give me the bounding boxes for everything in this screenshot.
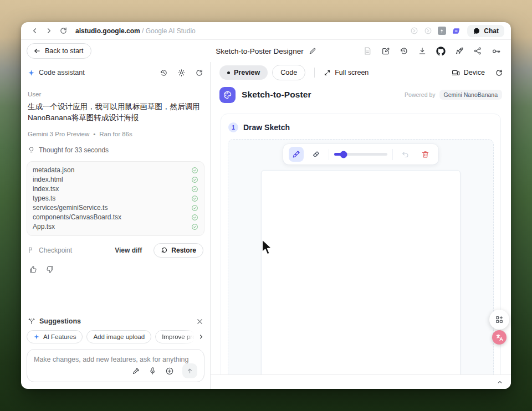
thought-summary[interactable]: Thought for 33 seconds [28, 146, 203, 154]
code-assistant-panel: Code assistant User 生成一个设计应用，我可以用鼠标画草图，然… [21, 62, 211, 389]
share-icon[interactable] [473, 47, 482, 55]
chat-history-icon[interactable] [160, 69, 168, 77]
extension-purple-icon[interactable] [452, 27, 461, 35]
slider-thumb[interactable] [340, 151, 347, 158]
file-row[interactable]: index.tsx [33, 184, 198, 194]
chip-improve-prompts[interactable]: Improve prompt suggestions [155, 330, 195, 343]
grid-add-icon [495, 315, 504, 324]
console-bar [211, 374, 511, 389]
file-row[interactable]: App.tsx [33, 222, 198, 232]
chat-button[interactable]: Chat [467, 25, 504, 37]
file-row[interactable]: components/CanvasBoard.tsx [33, 213, 198, 222]
composer-tools [34, 363, 197, 378]
extension-icon-disabled-1[interactable] [410, 27, 418, 35]
api-key-icon[interactable] [492, 47, 501, 56]
lightning-icon [439, 28, 444, 33]
restore-button[interactable]: Restore [154, 243, 203, 258]
app-logo [219, 87, 236, 103]
powered-by-wrap: Powered by Gemini NanoBanana [405, 90, 502, 100]
preview-toolbar: Preview Code Full screen Device [211, 62, 511, 83]
active-dot [227, 71, 230, 74]
file-row[interactable]: metadata.json [33, 166, 198, 175]
extension-lightning-icon[interactable] [438, 27, 446, 35]
user-message: 生成一个设计应用，我可以用鼠标画草图，然后调用NanoBanana将草图转成设计… [28, 101, 203, 124]
close-suggestions-icon[interactable] [196, 318, 203, 325]
meta-separator: • [93, 131, 95, 137]
assistant-toolbar: Code assistant [21, 62, 210, 83]
chips-scroll-right-icon[interactable] [198, 333, 204, 340]
send-button[interactable] [182, 363, 197, 378]
model-name: Gemini 3 Pro Preview [28, 131, 89, 137]
save-file-icon[interactable] [363, 47, 372, 55]
undo-icon [401, 150, 410, 158]
refresh-preview-icon[interactable] [495, 69, 503, 77]
brush-size-slider[interactable] [334, 151, 387, 158]
undo-button[interactable] [398, 147, 413, 162]
back-to-start-button[interactable]: Back to start [27, 43, 91, 59]
sketch-toolbar [283, 144, 438, 165]
tab-preview[interactable]: Preview [219, 65, 268, 80]
app-preview-viewport: Sketch-to-Poster Powered by Gemini NanoB… [211, 83, 511, 374]
toolbar-divider [314, 68, 315, 78]
chip-label: Improve prompt suggestions [162, 333, 195, 340]
browser-toolbar: aistudio.google.com / Google AI Studio C… [21, 22, 511, 40]
thumbs-down-icon[interactable] [46, 265, 54, 274]
extension-icon-disabled-2[interactable] [424, 27, 432, 35]
feedback-row [29, 265, 202, 274]
file-name: App.tsx [33, 223, 55, 230]
user-role-label: User [28, 91, 204, 97]
drawing-canvas[interactable] [261, 170, 461, 374]
assistant-toolbar-actions [160, 69, 203, 77]
file-row[interactable]: types.ts [33, 194, 198, 203]
assistant-title: Code assistant [39, 69, 85, 76]
expand-console-icon[interactable] [497, 379, 503, 386]
thumbs-up-icon[interactable] [29, 265, 37, 274]
file-row[interactable]: services/geminiService.ts [33, 203, 198, 213]
microphone-icon[interactable] [149, 367, 157, 375]
eraser-tool-button[interactable] [309, 147, 324, 162]
preview-panel: Preview Code Full screen Device [211, 62, 511, 389]
clear-canvas-button[interactable] [418, 147, 433, 162]
tab-preview-label: Preview [234, 69, 260, 76]
file-row[interactable]: index.html [33, 175, 198, 184]
settings-gear-icon[interactable] [177, 69, 186, 77]
floating-apps-button[interactable] [489, 310, 509, 330]
add-attachment-icon[interactable] [165, 367, 174, 376]
prompt-input[interactable]: Make changes, add new features, ask for … [27, 349, 204, 382]
url-bar[interactable]: aistudio.google.com / Google AI Studio [75, 27, 196, 35]
project-title-inner: Sketch-to-Poster Designer [216, 47, 316, 55]
tool-divider [329, 149, 329, 160]
edit-title-icon[interactable] [309, 47, 316, 55]
tool-divider [392, 149, 393, 160]
chip-ai-features[interactable]: AI Features [27, 330, 83, 343]
edit-note-icon[interactable] [381, 47, 390, 55]
view-diff-button[interactable]: View diff [115, 246, 142, 254]
pen-tool-button[interactable] [289, 147, 304, 162]
back-to-start-label: Back to start [45, 47, 83, 55]
browser-forward-button[interactable] [42, 24, 55, 38]
chip-add-image-upload[interactable]: Add image upload [86, 330, 151, 343]
refresh-chat-icon[interactable] [195, 69, 203, 77]
chevron-right-icon [45, 27, 53, 35]
chat-transcript[interactable]: User 生成一个设计应用，我可以用鼠标画草图，然后调用NanoBanana将草… [21, 83, 210, 317]
download-icon[interactable] [418, 47, 427, 55]
device-label: Device [464, 69, 485, 76]
device-button[interactable]: Device [452, 69, 485, 77]
model-badge: Gemini NanoBanana [439, 90, 502, 100]
browser-reload-button[interactable] [57, 24, 70, 38]
palette-icon [223, 90, 232, 100]
generated-files-card: metadata.json index.html index.tsx [27, 161, 204, 236]
full-screen-button[interactable]: Full screen [324, 69, 369, 76]
tab-code[interactable]: Code [272, 65, 305, 80]
chip-label: AI Features [43, 333, 76, 340]
github-icon[interactable] [436, 47, 446, 56]
suggestion-chips: AI Features Add image upload Improve pro… [27, 330, 204, 343]
history-icon[interactable] [400, 47, 408, 55]
floating-translate-button[interactable] [492, 330, 507, 345]
eraser-icon [312, 150, 320, 158]
suggestions-title: Suggestions [39, 317, 81, 325]
thought-label: Thought for 33 seconds [39, 146, 109, 154]
browser-back-button[interactable] [28, 24, 41, 38]
magic-edit-icon[interactable] [132, 367, 140, 375]
deploy-rocket-icon[interactable] [455, 47, 464, 55]
